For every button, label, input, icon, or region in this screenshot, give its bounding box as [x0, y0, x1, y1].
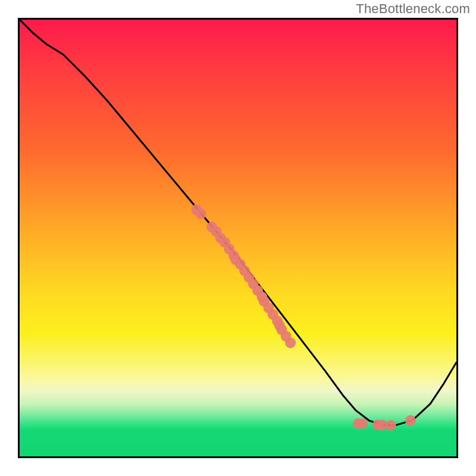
watermark-text: TheBottleneck.com: [356, 1, 470, 17]
data-marker: [357, 418, 368, 429]
data-marker: [196, 209, 206, 220]
data-marker: [405, 415, 416, 426]
chart-stage: TheBottleneck.com: [0, 0, 476, 476]
marker-group: [191, 204, 416, 431]
chart-svg: [20, 20, 456, 456]
bottleneck-curve: [20, 20, 456, 425]
plot-area: [18, 18, 458, 458]
data-marker: [386, 420, 396, 431]
data-marker: [285, 337, 296, 348]
